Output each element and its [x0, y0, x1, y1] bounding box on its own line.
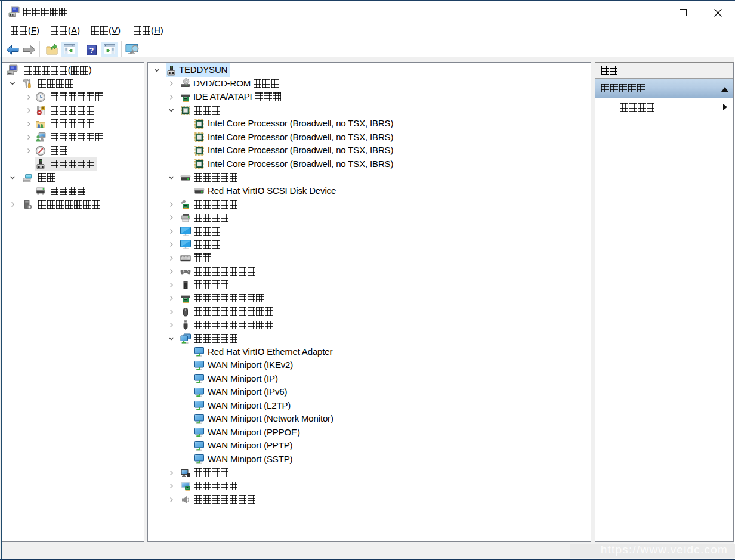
svg-text:?: ? — [89, 45, 94, 54]
